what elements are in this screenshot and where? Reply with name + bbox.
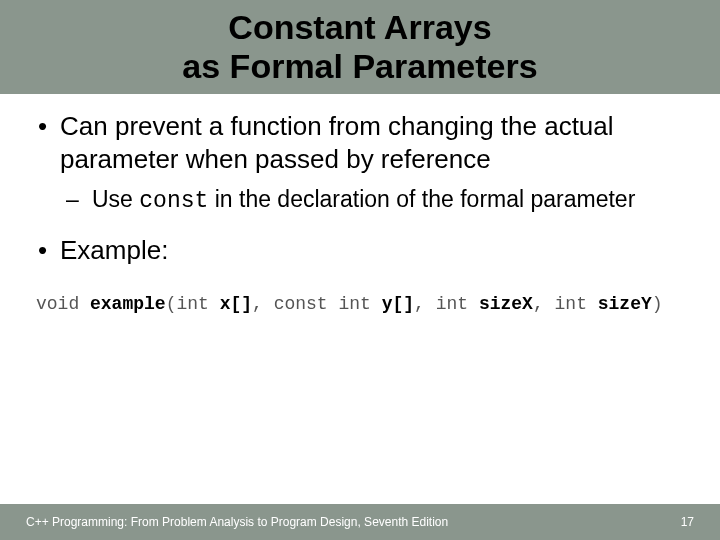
code-p3: sizeX — [479, 294, 533, 314]
footer-book-title: C++ Programming: From Problem Analysis t… — [26, 515, 448, 529]
code-t1: (int — [166, 294, 220, 314]
code-p4: sizeY — [598, 294, 652, 314]
sub-bullet-list: Use const in the declaration of the form… — [60, 185, 690, 216]
sub-bullet-1: Use const in the declaration of the form… — [66, 185, 690, 216]
code-p1: x[] — [220, 294, 252, 314]
slide: { "title": { "line1": "Constant Arrays",… — [0, 0, 720, 540]
bullet-item-2: Example: — [30, 234, 690, 267]
code-t5: ) — [652, 294, 663, 314]
code-p2: y[] — [382, 294, 414, 314]
slide-body: Can prevent a function from changing the… — [0, 94, 720, 504]
title-line1: Constant Arrays — [228, 8, 491, 46]
footer-page-number: 17 — [681, 515, 694, 529]
code-t3: , int — [414, 294, 479, 314]
bullet-list: Can prevent a function from changing the… — [30, 110, 690, 266]
code-example: void example(int x[], const int y[], int… — [36, 294, 690, 314]
code-t4: , int — [533, 294, 598, 314]
code-fn: example — [90, 294, 166, 314]
sub1-suffix: in the declaration of the formal paramet… — [208, 186, 635, 212]
slide-title: Constant Arrays as Formal Parameters — [0, 8, 720, 86]
title-bar: Constant Arrays as Formal Parameters — [0, 0, 720, 94]
sub1-prefix: Use — [92, 186, 139, 212]
bullet-1-text: Can prevent a function from changing the… — [60, 111, 614, 174]
title-line2: as Formal Parameters — [182, 47, 537, 85]
code-t2: , const int — [252, 294, 382, 314]
bullet-2-text: Example: — [60, 235, 168, 265]
bullet-item-1: Can prevent a function from changing the… — [30, 110, 690, 216]
code-t0: void — [36, 294, 90, 314]
footer-bar: C++ Programming: From Problem Analysis t… — [0, 504, 720, 540]
sub1-code: const — [139, 188, 208, 214]
